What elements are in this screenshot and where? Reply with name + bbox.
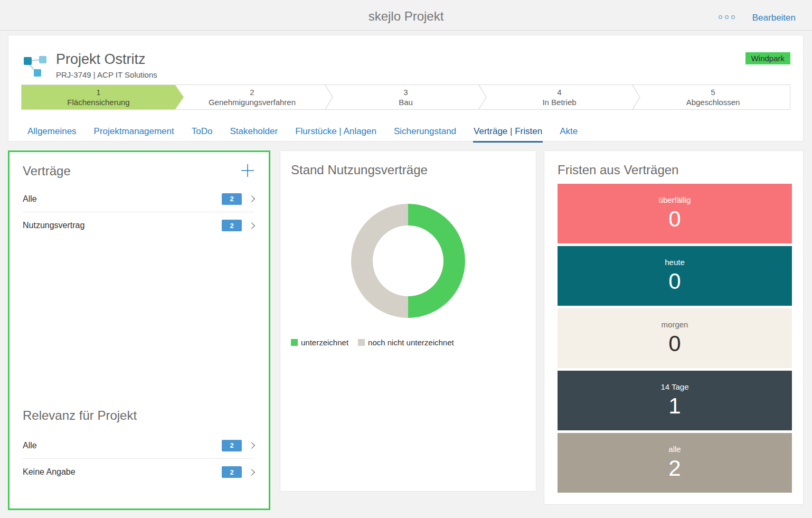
relevanz-section-title: Relevanz für Projekt	[23, 408, 137, 423]
vertraege-panel: Verträge Alle 2 Nutzungsvertrag 2 Releva…	[8, 150, 270, 510]
plus-icon	[241, 164, 254, 177]
frist-card[interactable]: morgen 0	[558, 308, 792, 368]
frist-card-value: 0	[668, 269, 681, 294]
chart-panel: Stand Nutzungsverträge unterzeichnet noc…	[280, 150, 536, 492]
windpark-badge: Windpark	[745, 52, 790, 64]
legend-label: noch nicht unterzeichnet	[368, 338, 454, 347]
step-genehmigungsverfahren[interactable]: 2 Genehmigungsverfahren	[175, 85, 329, 109]
frist-card-label: morgen	[662, 320, 688, 329]
frist-card-value: 2	[668, 456, 681, 481]
step-label: Genehmigungsverfahren	[209, 98, 296, 107]
tab-projektmanagement[interactable]: Projektmanagement	[93, 126, 175, 143]
ellipsis-icon	[725, 15, 729, 19]
donut-chart-wrap	[351, 204, 465, 318]
legend-swatch	[291, 339, 298, 346]
contract-row-alle[interactable]: Alle 2	[23, 186, 254, 212]
frist-card[interactable]: alle 2	[558, 433, 792, 493]
relevanz-row-alle[interactable]: Alle 2	[23, 432, 254, 459]
legend-label: unterzeichnet	[301, 338, 348, 347]
fristen-panel-title: Fristen aus Verträgen	[558, 163, 678, 177]
legend-item-noch-nicht-unterzeichnet: noch nicht unterzeichnet	[358, 338, 454, 347]
chart-legend: unterzeichnet noch nicht unterzeichnet	[291, 338, 454, 347]
chart-title: Stand Nutzungsverträge	[291, 163, 428, 177]
row-label: Alle	[23, 441, 222, 450]
chevron-right-icon	[248, 222, 255, 229]
frist-card-value: 0	[668, 207, 681, 231]
tabs-bar: Allgemeines Projektmanagement ToDo Stake…	[27, 126, 578, 143]
step-abgeschlossen[interactable]: 5 Abgeschlossen	[636, 85, 790, 109]
project-title: Projekt Ostritz	[56, 51, 146, 68]
top-bar: skejlo Projekt Bearbeiten	[0, 0, 812, 31]
project-header: Projekt Ostritz PRJ-3749 | ACP IT Soluti…	[8, 35, 804, 142]
chevron-right-icon	[248, 469, 255, 476]
frist-card-label: 14 Tage	[660, 382, 688, 392]
frist-card-label: heute	[665, 258, 685, 267]
count-badge: 2	[222, 220, 242, 231]
chevron-right-icon	[248, 442, 255, 449]
frist-card-value: 1	[668, 394, 681, 418]
ellipsis-icon	[719, 15, 722, 19]
step-label: Flächensicherung	[67, 98, 129, 107]
count-badge: 2	[222, 193, 242, 205]
step-label: In Betrieb	[542, 98, 576, 107]
donut-chart[interactable]	[351, 204, 465, 318]
chevron-right-icon	[248, 195, 255, 202]
step-label: Bau	[399, 98, 413, 107]
donut-hole	[373, 225, 443, 296]
step-bau[interactable]: 3 Bau	[329, 85, 483, 109]
row-label: Keine Angabe	[23, 467, 222, 477]
step-in-betrieb[interactable]: 4 In Betrieb	[483, 85, 636, 109]
contract-row-nutzungsvertrag[interactable]: Nutzungsvertrag 2	[23, 212, 254, 239]
relevanz-row-keine-angabe[interactable]: Keine Angabe 2	[23, 459, 254, 485]
tab-allgemeines[interactable]: Allgemeines	[27, 126, 77, 143]
fristen-panel: Fristen aus Verträgen überfällig 0 heute…	[544, 150, 804, 505]
edit-button[interactable]: Bearbeiten	[752, 13, 796, 23]
frist-card-value: 0	[668, 332, 681, 356]
step-number: 3	[403, 88, 408, 97]
process-steps: 1 Flächensicherung 2 Genehmigungsverfahr…	[21, 84, 790, 110]
legend-item-unterzeichnet: unterzeichnet	[291, 338, 348, 347]
tab-todo[interactable]: ToDo	[191, 126, 213, 143]
legend-swatch	[358, 339, 365, 346]
step-number: 1	[96, 88, 100, 97]
tab-akte[interactable]: Akte	[559, 126, 578, 143]
vertraege-panel-title: Verträge	[23, 164, 71, 178]
frist-card[interactable]: überfällig 0	[558, 184, 792, 243]
step-flaechensicherung[interactable]: 1 Flächensicherung	[22, 85, 184, 109]
count-badge: 2	[222, 440, 242, 451]
row-label: Nutzungsvertrag	[23, 221, 222, 230]
app-window: skejlo Projekt Bearbeiten Projekt Ostrit…	[0, 0, 812, 518]
project-subtitle: PRJ-3749 | ACP IT Solutions	[56, 70, 157, 79]
ellipsis-icon	[731, 15, 735, 19]
tab-stakeholder[interactable]: Stakeholder	[229, 126, 278, 143]
tab-flurstuecke-anlagen[interactable]: Flurstücke | Anlagen	[295, 126, 377, 143]
more-options-button[interactable]	[719, 15, 735, 19]
project-icon	[23, 53, 48, 80]
frist-card[interactable]: 14 Tage 1	[558, 371, 792, 430]
fristen-cards: überfällig 0 heute 0 morgen 0 14 Tage 1 …	[558, 184, 792, 495]
row-label: Alle	[23, 194, 222, 204]
count-badge: 2	[222, 466, 242, 478]
step-label: Abgeschlossen	[686, 98, 740, 107]
frist-card[interactable]: heute 0	[558, 246, 792, 306]
step-number: 5	[711, 88, 715, 97]
frist-card-label: überfällig	[659, 195, 691, 205]
tab-vertraege-fristen[interactable]: Verträge | Fristen	[473, 126, 543, 143]
tab-sicherungstand[interactable]: Sicherungstand	[393, 126, 457, 143]
step-number: 2	[250, 88, 254, 97]
step-number: 4	[557, 88, 561, 97]
frist-card-label: alle	[668, 445, 681, 454]
app-title: skejlo Projekt	[0, 9, 812, 24]
add-contract-button[interactable]	[240, 164, 255, 178]
